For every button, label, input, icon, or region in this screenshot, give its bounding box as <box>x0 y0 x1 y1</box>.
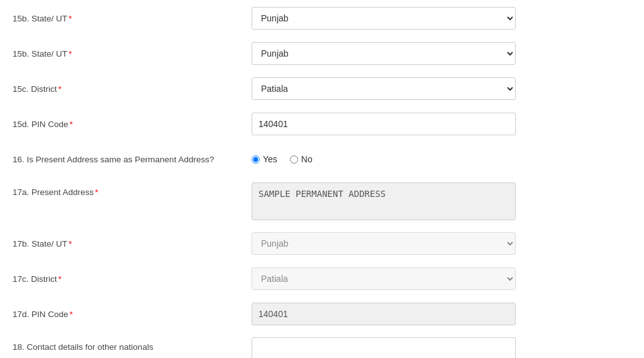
row-16: 16. Is Present Address same as Permanent… <box>13 147 631 171</box>
select-15c[interactable]: Patiala <box>252 77 516 100</box>
row-17b: 17b. State/ UT* Punjab <box>13 232 631 255</box>
radio-no-label[interactable]: No <box>290 154 313 164</box>
radio-yes[interactable] <box>252 155 260 164</box>
label-15b-1: 15b. State/ UT* <box>13 14 252 23</box>
label-15d: 15d. PIN Code* <box>13 120 252 129</box>
textarea-18[interactable] <box>252 337 516 358</box>
select-15b-1[interactable]: Punjab <box>252 7 516 30</box>
select-17c[interactable]: Patiala <box>252 267 516 290</box>
label-17c: 17c. District* <box>13 274 252 284</box>
row-15b-2: 15b. State/ UT* Punjab <box>13 42 631 65</box>
row-18: 18. Contact details for other nationals <box>13 337 631 358</box>
row-17d: 17d. PIN Code* <box>13 302 631 326</box>
label-15b-2: 15b. State/ UT* <box>13 49 252 59</box>
label-15c: 15c. District* <box>13 84 252 94</box>
label-18: 18. Contact details for other nationals <box>13 337 252 352</box>
textarea-17a[interactable]: SAMPLE PERMANENT ADDRESS <box>252 182 516 220</box>
label-17d: 17d. PIN Code* <box>13 310 252 319</box>
row-17c: 17c. District* Patiala <box>13 267 631 291</box>
radio-no[interactable] <box>290 155 298 164</box>
select-17b[interactable]: Punjab <box>252 232 516 255</box>
row-15d: 15d. PIN Code* <box>13 112 631 136</box>
select-15b-2[interactable]: Punjab <box>252 42 516 65</box>
input-17d[interactable] <box>252 303 516 325</box>
row-15c: 15c. District* Patiala <box>13 77 631 101</box>
label-16: 16. Is Present Address same as Permanent… <box>13 155 252 164</box>
label-17a: 17a. Present Address* <box>13 182 252 197</box>
radio-yes-label[interactable]: Yes <box>252 154 277 164</box>
row-15b-1: 15b. State/ UT* Punjab <box>13 6 631 30</box>
row-17a: 17a. Present Address* SAMPLE PERMANENT A… <box>13 182 631 220</box>
radio-group-16: Yes No <box>252 154 313 164</box>
input-15d[interactable] <box>252 113 516 135</box>
label-17b: 17b. State/ UT* <box>13 239 252 249</box>
